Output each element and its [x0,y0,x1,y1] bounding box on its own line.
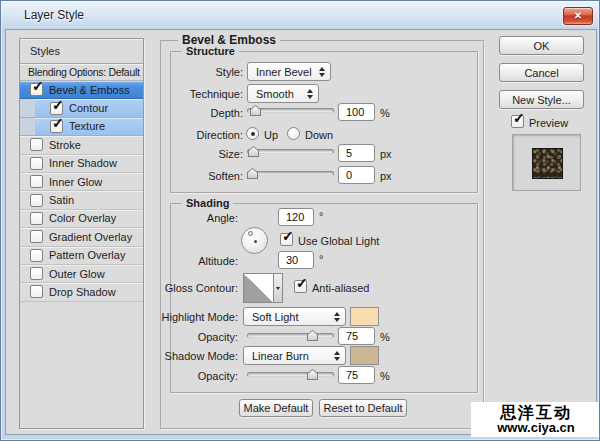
technique-select[interactable]: Smooth [247,84,319,103]
sidebar-item-texture[interactable]: ✓ Texture [20,118,143,136]
close-icon: ✕ [574,11,582,21]
angle-input[interactable] [278,208,314,226]
slider-track[interactable] [247,333,334,338]
dropdown-arrows-icon [334,312,340,322]
gloss-contour-label: Gloss Contour: [146,282,238,294]
checkbox[interactable] [30,175,43,188]
highlight-opacity-input[interactable] [338,327,375,345]
direction-up-label: Up [264,129,278,141]
size-slider[interactable] [247,146,334,158]
sidebar-item-label: Pattern Overlay [49,249,125,261]
window-title: Layer Style [24,8,84,22]
contour-thumbnail[interactable] [243,273,274,303]
sidebar-item-inner-glow[interactable]: Inner Glow [20,173,143,191]
shadow-color-swatch[interactable] [350,346,379,365]
checkbox[interactable] [30,138,43,151]
angle-dial[interactable] [241,227,268,254]
checkbox[interactable]: ✓ [50,120,63,133]
dropdown-arrows-icon [319,67,325,77]
slider-track[interactable] [247,149,334,154]
checkbox[interactable] [30,157,43,170]
soften-unit: px [380,170,392,182]
cancel-button[interactable]: Cancel [499,63,584,82]
shadow-mode-label: Shadow Mode: [146,350,238,362]
size-label: Size: [151,148,243,160]
angle-unit: ° [319,210,323,222]
checkbox[interactable]: ✓ [30,83,43,96]
altitude-unit: ° [319,253,323,265]
checkbox[interactable] [30,194,43,207]
close-button[interactable]: ✕ [563,7,593,25]
sidebar-item-label: Contour [69,102,108,114]
direction-down-radio[interactable] [287,127,300,140]
soften-label: Soften: [151,170,243,182]
slider-thumb[interactable] [248,146,259,157]
anti-aliased-checkbox[interactable]: ✓ [294,280,307,293]
checkbox[interactable]: ✓ [50,102,63,115]
direction-down-label: Down [305,129,333,141]
sidebar-item-color-overlay[interactable]: Color Overlay [20,210,143,228]
check-icon: ✓ [52,98,64,112]
preview-checkbox[interactable]: ✓ [511,115,524,128]
sidebar-item-contour[interactable]: ✓ Contour [20,99,143,117]
highlight-opacity-label: Opacity: [146,331,238,343]
soften-slider[interactable] [247,168,334,180]
checkbox[interactable] [30,267,43,280]
size-input[interactable] [338,144,375,162]
soften-input[interactable] [338,166,375,184]
shadow-opacity-unit: % [380,370,390,382]
ok-button[interactable]: OK [499,36,584,55]
slider-track[interactable] [247,372,334,377]
slider-thumb[interactable] [247,168,258,179]
style-select[interactable]: Inner Bevel [247,62,331,81]
direction-up-radio[interactable] [246,127,259,140]
size-unit: px [380,148,392,160]
sidebar-item-label: Gradient Overlay [49,231,132,243]
use-global-light-label: Use Global Light [298,235,379,247]
highlight-color-swatch[interactable] [350,307,379,326]
slider-thumb[interactable] [307,369,318,380]
make-default-button[interactable]: Make Default [239,399,313,417]
slider-track[interactable] [247,171,334,176]
sidebar-item-drop-shadow[interactable]: Drop Shadow [20,283,143,301]
checkbox[interactable] [30,249,43,262]
depth-slider[interactable] [247,105,334,117]
sidebar-item-gradient-overlay[interactable]: Gradient Overlay [20,228,143,246]
slider-thumb[interactable] [307,330,318,341]
sidebar-item-bevel-emboss[interactable]: ✓ Bevel & Emboss [20,81,143,99]
slider-thumb[interactable] [250,105,261,116]
sidebar-item-satin[interactable]: Satin [20,191,143,209]
styles-header: Styles [20,39,143,64]
highlight-mode-label: Highlight Mode: [146,311,238,323]
checkbox[interactable] [30,285,43,298]
shadow-mode-select[interactable]: Linear Burn [243,346,346,365]
style-value: Inner Bevel [256,66,312,78]
shadow-opacity-label: Opacity: [146,370,238,382]
watermark-url: www.ciya.cn [497,421,575,435]
sidebar-item-pattern-overlay[interactable]: Pattern Overlay [20,247,143,265]
highlight-opacity-slider[interactable] [247,330,334,342]
sidebar-item-stroke[interactable]: Stroke [20,136,143,154]
shadow-opacity-input[interactable] [338,366,375,384]
checkbox[interactable] [30,212,43,225]
technique-label: Technique: [151,88,243,100]
sidebar-item-label: Bevel & Emboss [49,84,130,96]
altitude-input[interactable] [278,251,314,269]
watermark-text: 思洋互动 [500,404,572,421]
checkbox[interactable] [30,230,43,243]
reset-to-default-button[interactable]: Reset to Default [319,399,407,417]
layer-style-dialog: Layer Style ✕ Styles Blending Options: D… [0,0,600,441]
chevron-down-icon[interactable] [274,273,283,303]
depth-input[interactable] [338,103,375,121]
highlight-mode-select[interactable]: Soft Light [243,307,346,326]
titlebar[interactable]: Layer Style [1,1,599,29]
use-global-light-checkbox[interactable]: ✓ [280,233,293,246]
shadow-opacity-slider[interactable] [247,369,334,381]
angle-label: Angle: [146,212,238,224]
new-style-button[interactable]: New Style... [499,90,584,109]
highlight-mode-value: Soft Light [252,311,298,323]
preview-thumbnail [532,148,563,179]
gloss-contour-picker[interactable] [243,273,283,303]
sidebar-item-inner-shadow[interactable]: Inner Shadow [20,155,143,173]
sidebar-item-outer-glow[interactable]: Outer Glow [20,265,143,283]
